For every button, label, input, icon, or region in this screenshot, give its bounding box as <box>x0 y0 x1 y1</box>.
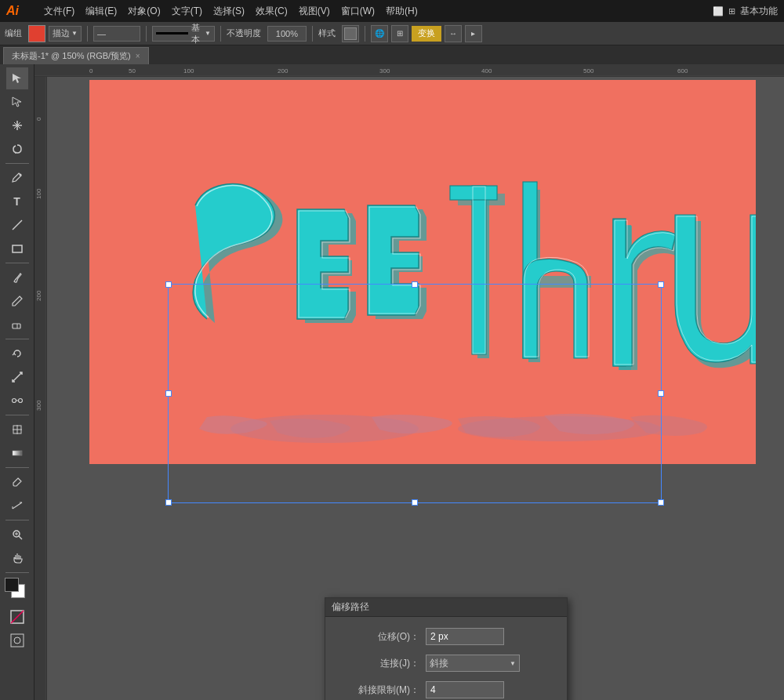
icon-mirror[interactable]: ↔ <box>445 25 462 42</box>
dialog-join-row: 连接(J)： 斜接 ▼ <box>341 655 551 672</box>
tool-brush[interactable] <box>6 267 28 288</box>
separator-5 <box>365 26 365 42</box>
icon-arrange[interactable]: ⊞ <box>728 6 735 16</box>
tool-separator-1 <box>5 163 29 164</box>
menu-effect[interactable]: 效果(C) <box>251 3 292 20</box>
tool-eraser[interactable] <box>6 314 28 335</box>
toolbar-fill-color[interactable] <box>28 25 45 42</box>
tab-bar: 未标题-1* @ 150% (RGB/预览) × <box>0 45 784 64</box>
tool-pencil[interactable] <box>6 290 28 312</box>
dialog-body: 位移(O)： 连接(J)： 斜接 ▼ 斜接限制(M)： <box>325 617 567 700</box>
join-dropdown[interactable]: 斜接 ▼ <box>426 655 520 672</box>
menu-object[interactable]: 对象(O) <box>123 3 165 20</box>
toolbar-stroke-preview[interactable]: 基本 ▼ <box>152 26 215 42</box>
svg-text:200: 200 <box>278 67 289 74</box>
icon-globe[interactable]: 🌐 <box>371 25 388 42</box>
tool-separator-2 <box>5 263 29 263</box>
menu-help[interactable]: 帮助(H) <box>381 3 423 20</box>
tool-rect[interactable] <box>6 238 28 259</box>
menu-edit[interactable]: 编辑(E) <box>81 3 122 20</box>
offset-label: 位移(O)： <box>341 630 419 644</box>
tool-separator-7 <box>5 572 29 573</box>
tool-color-fg-bg[interactable] <box>5 578 30 603</box>
menu-select[interactable]: 选择(S) <box>209 3 249 20</box>
selection-handle-bl[interactable] <box>165 499 172 506</box>
style-color-btn[interactable] <box>342 25 359 42</box>
menu-bar: 文件(F) 编辑(E) 对象(O) 文字(T) 选择(S) 效果(C) 视图(V… <box>39 3 713 20</box>
tool-direct-selection[interactable] <box>6 91 28 113</box>
svg-text:300: 300 <box>379 67 390 74</box>
selection-handle-bc[interactable] <box>412 499 418 506</box>
svg-text:100: 100 <box>35 188 42 199</box>
tool-line[interactable] <box>6 214 28 236</box>
tool-scale[interactable] <box>6 366 28 388</box>
join-label: 连接(J)： <box>341 657 419 670</box>
toolbar-style-dropdown[interactable]: — <box>93 26 140 42</box>
artboard <box>89 80 756 464</box>
svg-rect-15 <box>13 451 22 455</box>
icon-layout[interactable]: ⊞ <box>391 25 408 42</box>
workspace-label[interactable]: 基本功能 <box>740 5 778 18</box>
toolbar-mode-dropdown[interactable]: 描边 ▼ <box>49 26 82 42</box>
menu-window[interactable]: 窗口(W) <box>336 3 379 20</box>
menu-file[interactable]: 文件(F) <box>39 3 79 20</box>
tool-selection[interactable] <box>6 67 28 89</box>
svg-rect-46 <box>472 186 486 354</box>
svg-text:600: 600 <box>677 67 688 74</box>
svg-text:400: 400 <box>481 67 492 74</box>
tab-close-button[interactable]: × <box>136 52 140 60</box>
tool-separator-5 <box>5 467 29 468</box>
toolbar-mode-label: 描边 <box>53 27 70 39</box>
toolbar: 编组 描边 ▼ — 基本 ▼ 不透明度 样式 🌐 ⊞ 变换 ↔ ▸ <box>0 22 784 45</box>
miter-input[interactable] <box>426 681 504 698</box>
svg-rect-6 <box>13 245 22 252</box>
menu-type[interactable]: 文字(T) <box>167 3 207 20</box>
separator-3 <box>220 26 221 42</box>
svg-text:50: 50 <box>129 67 136 74</box>
svg-text:200: 200 <box>35 290 42 301</box>
tool-mesh[interactable] <box>6 419 28 441</box>
offset-input[interactable] <box>426 628 504 645</box>
tool-magic-wand[interactable] <box>6 114 28 136</box>
tool-lasso[interactable] <box>6 138 28 160</box>
svg-text:0: 0 <box>89 67 93 74</box>
style-label: 样式 <box>318 27 336 39</box>
svg-rect-26 <box>11 634 24 647</box>
menu-view[interactable]: 视图(V) <box>294 3 335 20</box>
icon-more[interactable]: ▸ <box>465 25 482 42</box>
tool-zoom[interactable] <box>6 524 28 546</box>
dropdown-arrow-icon: ▼ <box>510 660 516 667</box>
svg-line-17 <box>13 502 22 509</box>
selection-handle-br[interactable] <box>658 499 664 506</box>
dialog-miter-row: 斜接限制(M)： <box>341 681 551 698</box>
tool-gradient[interactable] <box>6 442 28 464</box>
stroke-line <box>156 32 188 34</box>
tool-separator-3 <box>5 339 29 339</box>
tool-color-mode[interactable] <box>6 629 28 651</box>
transform-button[interactable]: 变换 <box>412 26 441 42</box>
tool-text[interactable]: T <box>6 190 28 212</box>
tool-pen[interactable] <box>6 167 28 189</box>
svg-text:0: 0 <box>35 117 42 121</box>
separator-4 <box>312 26 313 42</box>
dialog-title: 偏移路径 <box>332 600 369 614</box>
tool-measure[interactable] <box>6 495 28 517</box>
tab-title: 未标题-1* @ 150% (RGB/预览) <box>12 50 131 62</box>
opacity-input[interactable] <box>267 26 307 42</box>
tool-none-color[interactable] <box>6 606 28 628</box>
join-value: 斜接 <box>430 657 510 670</box>
fg-color-swatch[interactable] <box>5 578 19 592</box>
separator-2 <box>146 26 147 42</box>
document-tab[interactable]: 未标题-1* @ 150% (RGB/预览) × <box>3 47 149 64</box>
main-area: T <box>0 64 784 700</box>
tool-rotate[interactable] <box>6 343 28 365</box>
svg-text:100: 100 <box>183 67 194 74</box>
tool-hand[interactable] <box>6 547 28 569</box>
tool-blend[interactable] <box>6 390 28 412</box>
ruler-vertical: 0 100 200 300 <box>34 77 47 700</box>
svg-text:500: 500 <box>583 67 594 74</box>
dialog-title-bar[interactable]: 偏移路径 <box>325 598 567 617</box>
tool-separator-4 <box>5 415 29 415</box>
tool-eyedropper[interactable] <box>6 471 28 493</box>
icon-screen-mode[interactable]: ⬜ <box>713 6 724 16</box>
